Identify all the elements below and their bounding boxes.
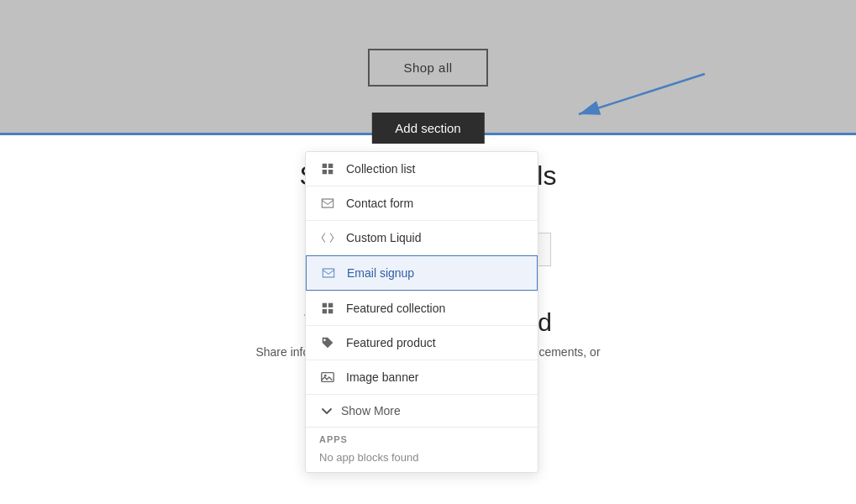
menu-item-email-signup[interactable]: Email signup — [306, 255, 538, 291]
menu-item-image-banner[interactable]: Image banner — [306, 360, 538, 394]
envelope-icon — [319, 195, 336, 212]
collection-icon — [319, 300, 336, 317]
menu-item-featured-collection[interactable]: Featured collection — [306, 291, 538, 325]
add-section-dropdown: Collection list Contact form Custom Liqu… — [305, 151, 538, 473]
menu-item-collection-list-label: Collection list — [346, 162, 415, 176]
menu-item-contact-form-label: Contact form — [346, 197, 413, 210]
apps-section: APPS No app blocks found — [306, 427, 538, 472]
grid-icon — [319, 160, 336, 177]
menu-item-custom-liquid[interactable]: Custom Liquid — [306, 221, 538, 255]
shop-all-button[interactable]: Shop all — [368, 49, 487, 87]
menu-item-featured-product[interactable]: Featured product — [306, 326, 538, 360]
show-more-button[interactable]: Show More — [306, 395, 538, 427]
add-section-button[interactable]: Add section — [371, 113, 484, 144]
no-apps-label: No app blocks found — [319, 444, 524, 467]
code-icon — [319, 229, 336, 246]
tag-icon — [319, 334, 336, 351]
menu-item-collection-list[interactable]: Collection list — [306, 152, 538, 186]
image-icon — [319, 369, 336, 386]
apps-section-label: APPS — [319, 434, 524, 444]
show-more-label: Show More — [341, 404, 401, 417]
chevron-down-icon — [319, 403, 334, 418]
menu-item-custom-liquid-label: Custom Liquid — [346, 231, 422, 244]
menu-item-email-signup-label: Email signup — [347, 266, 414, 280]
menu-item-featured-collection-label: Featured collection — [346, 302, 445, 315]
menu-item-contact-form[interactable]: Contact form — [306, 186, 538, 220]
menu-item-image-banner-label: Image banner — [346, 370, 418, 384]
menu-item-featured-product-label: Featured product — [346, 336, 436, 349]
mail-icon — [320, 265, 337, 281]
